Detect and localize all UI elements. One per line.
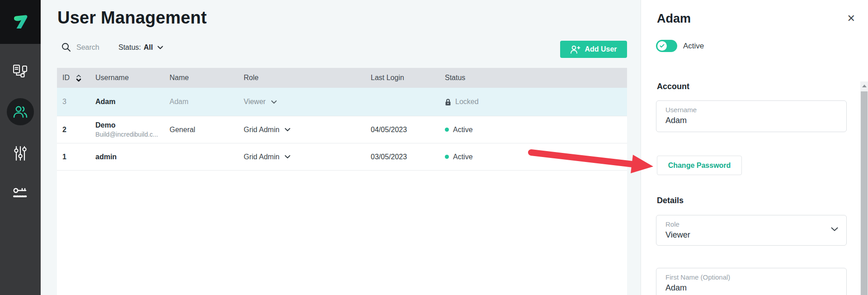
change-password-button[interactable]: Change Password [657, 156, 742, 175]
chevron-down-icon [157, 46, 163, 49]
status-filter-label: Status: [118, 43, 141, 52]
role-dropdown[interactable]: Grid Admin [244, 153, 371, 161]
cell-username: Demo Build@incredibuild.c... [95, 121, 170, 138]
role-select[interactable]: Role Viewer [656, 215, 847, 246]
cell-id: 1 [57, 153, 95, 161]
settings-sliders-icon [13, 145, 28, 162]
close-panel-button[interactable]: ✕ [847, 14, 855, 24]
first-name-field-value: Adam [665, 283, 837, 293]
role-select-value: Viewer [665, 230, 837, 240]
role-select-label: Role [665, 220, 837, 228]
active-status-dot [445, 128, 449, 132]
cell-status: Locked [445, 98, 627, 106]
cell-email: Build@incredibuild.c... [95, 131, 170, 138]
app-logo[interactable] [0, 0, 41, 44]
sidebar-item-users[interactable] [0, 98, 41, 125]
users-table: ID Username Name Role Last Login Status … [57, 68, 627, 295]
cell-last-login: 03/05/2023 [371, 153, 445, 161]
main-content: User Management Search Status: All Add U… [41, 0, 641, 295]
column-header-username[interactable]: Username [95, 74, 170, 82]
license-key-icon [12, 186, 28, 200]
column-header-name[interactable]: Name [170, 74, 244, 82]
search-input[interactable]: Search [61, 43, 99, 52]
cell-last-login: 04/05/2023 [371, 126, 445, 134]
machines-network-icon [12, 63, 29, 79]
cell-status: Active [445, 126, 627, 134]
first-name-field-label: First Name (Optional) [665, 273, 837, 281]
check-icon [660, 44, 665, 48]
cell-name: Adam [170, 98, 244, 106]
details-section-heading: Details [657, 196, 684, 205]
add-user-label: Add User [585, 45, 617, 53]
sidebar-item-license[interactable] [0, 184, 41, 202]
active-toggle-label: Active [683, 42, 704, 51]
role-dropdown[interactable]: Viewer [244, 98, 371, 106]
add-user-button[interactable]: Add User [560, 41, 627, 58]
chevron-down-icon [271, 100, 277, 104]
cell-id: 2 [57, 126, 95, 134]
cell-status: Active [445, 153, 627, 161]
table-header-row: ID Username Name Role Last Login Status [57, 68, 627, 88]
users-icon [12, 105, 28, 119]
chevron-down-icon [285, 155, 290, 158]
sort-icon[interactable] [76, 74, 81, 82]
column-header-id[interactable]: ID [57, 74, 95, 82]
search-icon [61, 43, 71, 52]
panel-title: Adam [657, 12, 691, 26]
role-dropdown[interactable]: Grid Admin [244, 126, 371, 134]
lock-icon [445, 98, 451, 106]
incredibuild-logo-icon [10, 13, 30, 31]
sidebar-item-settings[interactable] [0, 144, 41, 162]
panel-scrollbar[interactable] [860, 81, 868, 295]
table-row-adam[interactable]: 3 Adam Adam Viewer Locked [57, 88, 627, 116]
status-filter-dropdown[interactable]: Status: All [118, 43, 163, 52]
sidebar-item-machines[interactable] [0, 62, 41, 80]
column-header-status[interactable]: Status [445, 74, 627, 82]
column-header-last-login[interactable]: Last Login [371, 74, 445, 82]
chevron-down-icon [285, 128, 290, 131]
toggle-knob [657, 41, 667, 51]
username-field[interactable]: Username Adam [656, 100, 847, 132]
first-name-field[interactable]: First Name (Optional) Adam [656, 268, 847, 295]
username-field-value: Adam [665, 116, 837, 125]
table-row-admin[interactable]: 1 admin Grid Admin 03/05/2023 Active [57, 143, 627, 171]
account-section-heading: Account [657, 82, 689, 91]
column-header-role[interactable]: Role [244, 74, 371, 82]
chevron-down-icon [831, 227, 838, 231]
search-placeholder: Search [76, 43, 99, 52]
table-row-demo[interactable]: 2 Demo Build@incredibuild.c... General G… [57, 116, 627, 143]
active-nav-highlight [7, 98, 34, 125]
status-filter-value: All [144, 43, 153, 52]
active-toggle[interactable] [656, 40, 677, 52]
scrollbar-thumb[interactable] [861, 91, 868, 295]
scrollbar-up-arrow[interactable] [860, 81, 868, 90]
username-field-label: Username [665, 106, 837, 114]
active-status-dot [445, 155, 449, 159]
cell-username: Adam [95, 98, 170, 106]
active-toggle-row: Active [656, 40, 704, 52]
cell-username: admin [95, 153, 170, 161]
user-detail-panel: Adam ✕ Active Account Username Adam Chan… [641, 0, 868, 295]
cell-id: 3 [57, 98, 95, 106]
page-title: User Management [57, 8, 207, 28]
add-user-icon [570, 45, 580, 54]
cell-name: General [170, 126, 244, 134]
sidebar [0, 0, 41, 295]
